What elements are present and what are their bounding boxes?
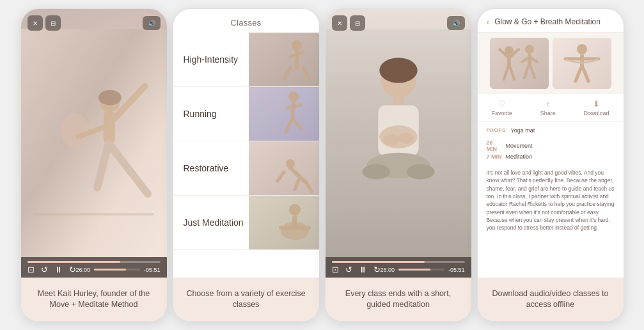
class-thumb-rest xyxy=(249,141,319,195)
top-controls-1: ✕ ⊟ 🔊 xyxy=(27,15,161,31)
screen3: ✕ ⊟ 🔊 ⊡ ↺ ⏸ ↻ 26:00 xyxy=(325,8,472,322)
volume-button[interactable]: 🔊 xyxy=(143,16,161,30)
minimize-button-3[interactable]: ⊟ xyxy=(350,15,365,31)
class-thumb-hi xyxy=(249,33,319,86)
share-icon: ↑ xyxy=(546,99,550,109)
caption-1: Meet Kait Hurley, founder of the Move + … xyxy=(21,278,167,321)
detail-description: It's not all love and light and good vib… xyxy=(478,166,624,237)
props-key: PROPS xyxy=(487,127,506,134)
svg-rect-28 xyxy=(249,196,319,250)
detail-image-1 xyxy=(490,38,549,89)
volume-button-3[interactable]: 🔊 xyxy=(447,16,465,30)
detail-header: ‹ Glow & Go + Breath Meditation xyxy=(478,9,624,33)
favorite-button[interactable]: ♡ Favorite xyxy=(491,99,512,116)
class-label-run: Running xyxy=(184,109,217,119)
class-label-hi: High-Intensity xyxy=(184,54,239,65)
duration-label-1: Movement xyxy=(506,143,533,149)
action-bar: ♡ Favorite ↑ Share ⬇ Download xyxy=(478,94,624,122)
list-item[interactable]: Restorative xyxy=(173,141,319,196)
rewind-icon[interactable]: ↺ xyxy=(41,265,48,274)
class-thumb-run xyxy=(249,87,319,141)
play-pause-icon-3[interactable]: ⏸ xyxy=(359,265,367,274)
duration-num-1: 28 MIN xyxy=(487,139,502,152)
duration-row-1: 28 MIN Movement xyxy=(487,139,615,152)
thumb-svg-run xyxy=(249,87,319,141)
cast-icon[interactable]: ⊡ xyxy=(27,265,35,274)
detail-img-svg-2 xyxy=(553,38,611,89)
download-icon: ⬇ xyxy=(593,99,600,109)
screen2: Classes High-Intensity xyxy=(173,8,320,322)
progress-fill-3 xyxy=(332,261,425,263)
detail-image-2 xyxy=(553,38,611,89)
play-pause-icon[interactable]: ⏸ xyxy=(54,265,63,274)
minimize-button[interactable]: ⊟ xyxy=(45,15,61,31)
caption-text-3: Every class ends with a short, guided me… xyxy=(336,288,461,311)
video-controls-1: ⊡ ↺ ⏸ ↻ 26:00 -05:51 xyxy=(21,257,167,278)
svg-rect-17 xyxy=(249,87,319,141)
class-list: High-Intensity xyxy=(173,33,319,278)
props-val: Yoga mat xyxy=(511,127,535,134)
svg-point-59 xyxy=(577,44,587,54)
props-row: PROPS Yoga mat xyxy=(487,127,615,134)
svg-rect-45 xyxy=(490,38,549,89)
thumb-svg-med xyxy=(249,196,319,250)
detail-images xyxy=(478,33,624,94)
svg-rect-60 xyxy=(580,54,584,68)
meditation-bg-svg xyxy=(326,9,471,278)
caption-4: Download audio/video classes to access o… xyxy=(478,278,624,321)
forward-icon[interactable]: ↻ xyxy=(69,265,76,274)
rewind-icon-3[interactable]: ↺ xyxy=(345,265,352,274)
video-area-3: ✕ ⊟ 🔊 ⊡ ↺ ⏸ ↻ 26:00 xyxy=(326,9,471,278)
controls-row-3: ⊡ ↺ ⏸ ↻ 26:00 -05:51 xyxy=(332,265,465,274)
classes-header: Classes xyxy=(173,9,319,33)
svg-point-52 xyxy=(525,45,534,54)
time-display-left-3: 26:00 xyxy=(381,267,395,273)
heart-icon: ♡ xyxy=(498,99,506,109)
progress-fill-1 xyxy=(27,261,121,263)
close-button-3[interactable]: ✕ xyxy=(332,15,347,31)
svg-point-29 xyxy=(289,204,301,216)
svg-rect-44 xyxy=(326,29,471,258)
time-display-left-1: 26:00 xyxy=(76,267,91,273)
download-button[interactable]: ⬇ Download xyxy=(584,99,609,116)
close-minimize-group-3: ✕ ⊟ xyxy=(332,15,365,31)
top-controls-3: ✕ ⊟ 🔊 xyxy=(332,15,465,31)
detail-meta: PROPS Yoga mat 28 MIN Movement 7 MIN Med… xyxy=(478,122,624,166)
yoga-bg-svg xyxy=(21,9,167,278)
share-button[interactable]: ↑ Share xyxy=(540,99,556,116)
caption-text-4: Download audio/video classes to access o… xyxy=(488,288,613,311)
detail-img-svg-1 xyxy=(490,38,549,89)
list-item[interactable]: Running xyxy=(173,87,319,141)
duration-label-2: Meditation xyxy=(506,153,533,160)
duration-row-2: 7 MIN Meditation xyxy=(487,153,615,160)
controls-row-1: ⊡ ↺ ⏸ ↻ 26:00 -05:51 xyxy=(27,265,161,274)
content-area-2: Classes High-Intensity xyxy=(173,9,319,278)
svg-rect-53 xyxy=(528,54,531,67)
close-minimize-group: ✕ ⊟ xyxy=(27,15,61,31)
svg-rect-10 xyxy=(21,29,167,258)
back-button[interactable]: ‹ xyxy=(487,17,490,27)
screen1: ✕ ⊟ 🔊 ⊡ ↺ ⏸ ↻ 26:00 xyxy=(20,8,168,322)
share-label: Share xyxy=(540,110,556,116)
left-controls-3: ⊡ ↺ ⏸ ↻ xyxy=(332,265,381,274)
thumb-svg-hi xyxy=(249,33,319,87)
favorite-label: Favorite xyxy=(491,110,512,116)
class-label-med: Just Meditation xyxy=(184,217,244,228)
close-button[interactable]: ✕ xyxy=(27,15,43,31)
video-controls-3: ⊡ ↺ ⏸ ↻ 26:00 -05:51 xyxy=(326,257,471,278)
screens-container: ✕ ⊟ 🔊 ⊡ ↺ ⏸ ↻ 26:00 xyxy=(0,0,644,330)
left-controls-1: ⊡ ↺ ⏸ ↻ xyxy=(27,265,76,274)
time-display-right-1: -05:51 xyxy=(144,267,161,273)
video-area-1: ✕ ⊟ 🔊 ⊡ ↺ ⏸ ↻ 26:00 xyxy=(21,9,167,278)
progress-track-1[interactable] xyxy=(27,261,161,263)
caption-3: Every class ends with a short, guided me… xyxy=(326,278,471,321)
progress-track-3[interactable] xyxy=(332,261,465,263)
cast-icon-3[interactable]: ⊡ xyxy=(332,265,339,274)
list-item[interactable]: Just Meditation xyxy=(173,196,319,250)
svg-line-19 xyxy=(292,102,294,119)
detail-title: Glow & Go + Breath Meditation xyxy=(494,17,614,26)
list-item[interactable]: High-Intensity xyxy=(173,33,319,87)
class-thumb-med xyxy=(249,196,319,249)
download-label: Download xyxy=(584,110,609,116)
forward-icon-3[interactable]: ↻ xyxy=(373,265,381,274)
